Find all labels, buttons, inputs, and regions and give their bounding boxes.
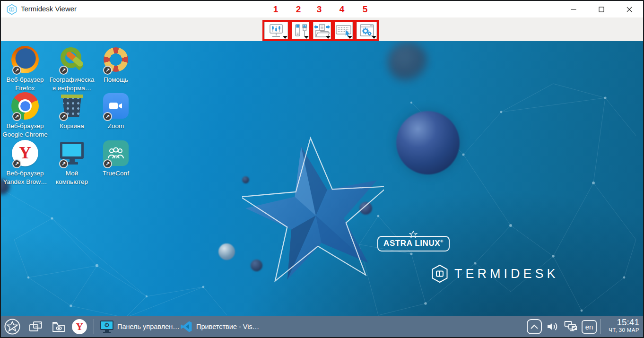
- network-monitors-icon: [564, 320, 578, 333]
- desktop-icon-chrome[interactable]: ↗ Веб-браузер Google Chrome: [2, 91, 48, 139]
- file-transfer-button[interactable]: [313, 22, 331, 39]
- yandex-browser-launcher[interactable]: Y: [70, 318, 89, 336]
- titlebar: Termidesk Viewer: [0, 1, 644, 17]
- desktop-icon-label: Мой компьютер: [49, 169, 95, 186]
- display-settings-button[interactable]: [264, 22, 288, 39]
- shortcut-badge: ↗: [12, 159, 21, 168]
- usb-redirect-button[interactable]: [292, 22, 309, 39]
- shortcut-badge: ↗: [59, 159, 68, 168]
- tray-expand-button[interactable]: [526, 318, 543, 336]
- desktop-icon-zoom[interactable]: ↗ Zoom: [93, 91, 139, 130]
- desktop-icon-yandex-browser[interactable]: Y ↗ Веб-браузер Yandex Brow…: [2, 139, 48, 186]
- desktop-icon-label: Корзина: [49, 122, 95, 130]
- window-title: Termidesk Viewer: [21, 5, 77, 13]
- annotation-number-1: 1: [273, 4, 278, 15]
- annotation-number-5: 5: [363, 4, 368, 15]
- taskbar-separator: [94, 319, 94, 334]
- maximize-icon: [599, 7, 604, 12]
- shortcut-badge: ↗: [12, 112, 21, 121]
- dropdown-arrow: [304, 36, 309, 39]
- termidesk-viewer-window: Termidesk Viewer 1 2 3 4 5: [0, 0, 644, 338]
- annotation-number-4: 4: [339, 4, 345, 15]
- annotation-number-2: 2: [296, 4, 301, 15]
- dropdown-arrow: [283, 36, 287, 39]
- windows-icon: [29, 321, 43, 333]
- file-manager-button[interactable]: [48, 318, 69, 336]
- wallpaper-sphere-blurred: [388, 42, 427, 82]
- remote-desktop-area[interactable]: ASTRA LINUX® TERMIDESK ↗ Веб-браузер Fir…: [0, 41, 644, 316]
- shortcut-badge: ↗: [103, 112, 112, 121]
- annotation-box-5: [355, 20, 379, 41]
- annotation-box-4: [333, 20, 355, 41]
- desktop-icon-label: Веб-браузер Firefox: [2, 76, 48, 93]
- desktop-icon-label: TrueConf: [93, 169, 139, 178]
- start-menu-button[interactable]: [3, 318, 22, 336]
- language-indicator[interactable]: en: [581, 318, 598, 336]
- control-panel-icon: ⚙: [100, 321, 113, 333]
- session-settings-button[interactable]: [357, 22, 377, 39]
- close-icon: [627, 7, 632, 12]
- termidesk-app-icon: [6, 4, 17, 15]
- desktop-icon-label: Веб-браузер Google Chrome: [2, 122, 48, 139]
- desktop-icon-label: Помощь: [93, 76, 139, 84]
- astra-linux-logo: ASTRA LINUX®: [377, 236, 450, 251]
- task-label: Панель управлен…: [117, 323, 180, 330]
- astra-start-icon: [4, 318, 21, 335]
- shortcut-badge: ↗: [103, 159, 112, 168]
- desktop-icon-trash[interactable]: ↗ Корзина: [49, 91, 95, 130]
- taskbar-separator: [600, 319, 601, 334]
- wallpaper-sphere-small: [218, 243, 235, 260]
- yandex-browser-icon: Y: [72, 319, 87, 334]
- dropdown-arrow: [348, 36, 352, 39]
- maximize-button[interactable]: [591, 3, 612, 16]
- shortcut-badge: ↗: [12, 66, 21, 75]
- task-control-panel[interactable]: ⚙ Панель управлен…: [100, 318, 180, 336]
- desktop-icon-my-computer[interactable]: ↗ Мой компьютер: [49, 139, 95, 186]
- speaker-icon: [546, 321, 559, 332]
- astra-star-icon: [409, 231, 418, 238]
- desktop-icon-help[interactable]: ↗ Помощь: [93, 45, 139, 84]
- folder-view-icon: [52, 321, 65, 332]
- display-settings-icon: [268, 23, 284, 39]
- close-button[interactable]: [618, 3, 640, 16]
- volume-button[interactable]: [544, 318, 562, 336]
- clock-date: ЧТ, 30 МАР: [609, 327, 639, 333]
- wallpaper-sphere-large: [396, 111, 460, 174]
- vscode-icon: [180, 321, 192, 333]
- show-desktops-button[interactable]: [26, 318, 46, 336]
- chevron-up-icon: [527, 319, 542, 334]
- termidesk-hexagon-icon: [431, 264, 448, 283]
- astra-star-artwork: [242, 136, 384, 292]
- annotation-box-3: [311, 20, 333, 41]
- shortcut-badge: ↗: [59, 112, 68, 121]
- dropdown-arrow: [326, 36, 331, 39]
- annotation-box-2: [290, 20, 311, 41]
- task-label: Приветствие - Vis…: [196, 323, 259, 330]
- desktop-icon-trueconf[interactable]: ↗ TrueConf: [93, 139, 139, 178]
- taskbar: Y ⚙ Панель управлен… Приветствие - Vis…: [0, 316, 644, 337]
- annotation-number-3: 3: [317, 4, 322, 15]
- desktop-icon-label: Географическая информа…: [49, 76, 95, 93]
- shortcut-badge: ↗: [103, 66, 112, 75]
- termidesk-logo: TERMIDESK: [431, 264, 559, 283]
- minimize-button[interactable]: [563, 3, 584, 16]
- minimize-icon: [571, 7, 576, 12]
- task-vscode[interactable]: Приветствие - Vis…: [180, 318, 259, 336]
- network-button[interactable]: [562, 318, 581, 336]
- clock[interactable]: 15:41 ЧТ, 30 МАР: [609, 317, 639, 333]
- desktop-icon-label: Веб-браузер Yandex Brow…: [2, 169, 48, 186]
- clock-time: 15:41: [609, 317, 639, 327]
- desktop-icon-label: Zoom: [93, 122, 139, 130]
- dropdown-arrow: [372, 36, 376, 39]
- shortcut-badge: ↗: [59, 66, 68, 75]
- keyboard-input-button[interactable]: [335, 22, 353, 39]
- desktop-icon-firefox[interactable]: ↗ Веб-браузер Firefox: [2, 45, 48, 93]
- annotation-box-1: [262, 20, 290, 41]
- desktop-icon-qgis[interactable]: ↗ Географическая информа…: [49, 45, 95, 93]
